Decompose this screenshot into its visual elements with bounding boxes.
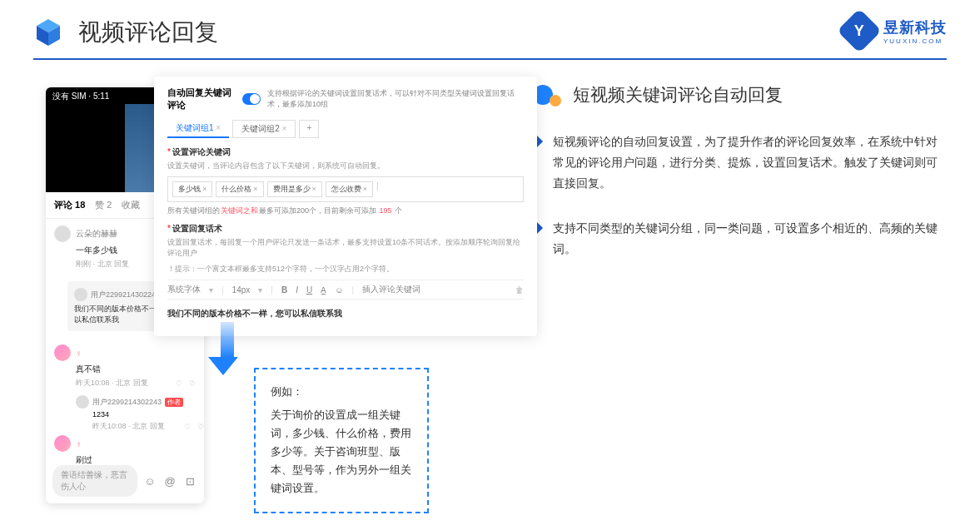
reply-hint: 设置回复话术，每回复一个用户评论只发送一条话术，最多支持设置10条不同话术。按添… [167, 237, 524, 259]
keyword-input[interactable]: 多少钱× 什么价格× 费用是多少× 怎么收费× | [167, 176, 524, 202]
tab-likes[interactable]: 赞 2 [95, 199, 112, 211]
tab-keyword-group-2[interactable]: 关键词组2 × [232, 120, 296, 138]
config-title: 自动回复关键词评论 [167, 87, 236, 111]
keyword-chip[interactable]: 费用是多少× [267, 181, 322, 197]
section-icon [533, 83, 561, 106]
comment-input[interactable]: 善语结善缘，恶言伤人心 [52, 465, 137, 497]
ad-icon: ♀ [76, 349, 82, 358]
add-group-button[interactable]: + [299, 120, 319, 138]
bold-button[interactable]: B [281, 285, 287, 295]
avatar [54, 225, 71, 242]
color-button[interactable]: A̲ [321, 285, 326, 295]
comment-item: ♀ 真不错 昨天10:08 · 北京 回复♡♡ [46, 338, 204, 395]
keyword-chip[interactable]: 怎么收费× [326, 181, 373, 197]
editor-toolbar: 系统字体▾ | 14px▾ | B I U A̲ ☺ | 插入评论关键词 🗑 [167, 280, 524, 300]
nested-reply: 用户2299214302243 作者 1234 昨天10:08 · 北京 回复♡… [76, 395, 204, 432]
bullet-text: 短视频评论的自动回复设置，为了提升作者的评论回复效率，在系统中针对常见的评论用户… [553, 131, 945, 195]
at-icon[interactable]: @ [162, 473, 177, 488]
tab-fav[interactable]: 收藏 [122, 199, 140, 211]
dislike-icon[interactable]: ♡ [189, 379, 196, 388]
reply-username: 用户2299214302243 [92, 397, 162, 408]
emoji-button[interactable]: ☺ [335, 285, 343, 295]
divider [33, 58, 947, 60]
comment-input-bar: 善语结善缘，恶言伤人心 ☺ @ ⊡ [52, 465, 197, 497]
italic-button[interactable]: I [296, 285, 298, 295]
bullet-item: 支持不同类型的关键词分组，同一类问题，可设置多个相近的、高频的关键词。 [533, 218, 945, 260]
reply-meta: 昨天10:08 · 北京 回复♡♡ [92, 421, 204, 432]
tab-comments[interactable]: 评论 18 [54, 199, 85, 211]
heart-icon[interactable]: ♡ [184, 423, 191, 431]
reply-username: 用户2299214302243 [91, 290, 160, 300]
insert-keyword-button[interactable]: 插入评论关键词 [362, 284, 420, 295]
keyword-label: 设置评论关键词 [172, 147, 231, 156]
keyword-chip[interactable]: 什么价格× [216, 181, 263, 197]
emoji-icon[interactable]: ☺ [142, 473, 157, 488]
gallery-icon[interactable]: ⊡ [182, 473, 197, 488]
example-body: 关于询价的设置成一组关键词，多少钱、什么价格，费用多少等。关于咨询班型、版本、型… [271, 406, 412, 498]
tab-keyword-group-1[interactable]: 关键词组1 × [167, 120, 229, 138]
example-box: 例如： 关于询价的设置成一组关键词，多少钱、什么价格，费用多少等。关于咨询班型、… [254, 368, 429, 513]
config-desc: 支持根据评论的关键词设置回复话术，可以针对不同类型关键词设置回复话术，最多添加1… [267, 88, 524, 110]
font-select[interactable]: 系统字体 [167, 284, 201, 295]
avatar [54, 435, 71, 452]
reply-label: 设置回复话术 [172, 224, 222, 233]
comment-text: 真不错 [76, 364, 196, 375]
bullet-text: 支持不同类型的关键词分组，同一类问题，可设置多个相近的、高频的关键词。 [553, 218, 945, 260]
comment-meta: 昨天10:08 · 北京 回复♡♡ [76, 378, 196, 389]
editor-content[interactable]: 我们不同的版本价格不一样，您可以私信联系我 [167, 305, 524, 323]
reply-text: 1234 [92, 410, 204, 419]
keyword-hint: 设置关键词，当评论内容包含了以下关键词，则系统可自动回复。 [167, 161, 524, 171]
enable-toggle[interactable] [242, 93, 261, 105]
logo-text-en: YUUXIN.COM [883, 37, 947, 45]
logo-icon: Y [837, 8, 882, 53]
bullet-item: 短视频评论的自动回复设置，为了提升作者的评论回复效率，在系统中针对常见的评论用户… [533, 131, 945, 195]
keyword-count: 所有关键词组的关键词之和最多可添加200个，目前剩余可添加 195 个 [167, 206, 524, 216]
arrow-icon [216, 322, 238, 375]
section-title: 短视频关键词评论自动回复 [573, 83, 783, 106]
avatar [54, 344, 71, 361]
avatar [74, 288, 87, 301]
cube-icon [33, 17, 63, 47]
comment-username: 云朵的赫赫 [76, 228, 117, 240]
reply-tip: ！提示：一个富文本框最多支持512个字符，一个汉字占用2个字符。 [167, 264, 524, 275]
page-title: 视频评论回复 [78, 17, 218, 48]
config-panel: 自动回复关键词评论 支持根据评论的关键词设置回复话术，可以针对不同类型关键词设置… [154, 77, 537, 336]
brand-logo: Y 昱新科技 YUUXIN.COM [843, 15, 947, 47]
ad-icon: ♀ [76, 439, 82, 448]
example-title: 例如： [271, 383, 412, 401]
dislike-icon[interactable]: ♡ [197, 423, 204, 431]
delete-icon[interactable]: 🗑 [515, 285, 524, 295]
author-badge: 作者 [165, 398, 183, 407]
logo-text-cn: 昱新科技 [883, 17, 947, 37]
underline-button[interactable]: U [306, 285, 312, 295]
heart-icon[interactable]: ♡ [176, 379, 182, 388]
keyword-chip[interactable]: 多少钱× [172, 181, 212, 197]
size-select[interactable]: 14px [232, 285, 251, 295]
right-column: 短视频关键词评论自动回复 短视频评论的自动回复设置，为了提升作者的评论回复效率，… [533, 83, 945, 283]
avatar [76, 395, 89, 409]
